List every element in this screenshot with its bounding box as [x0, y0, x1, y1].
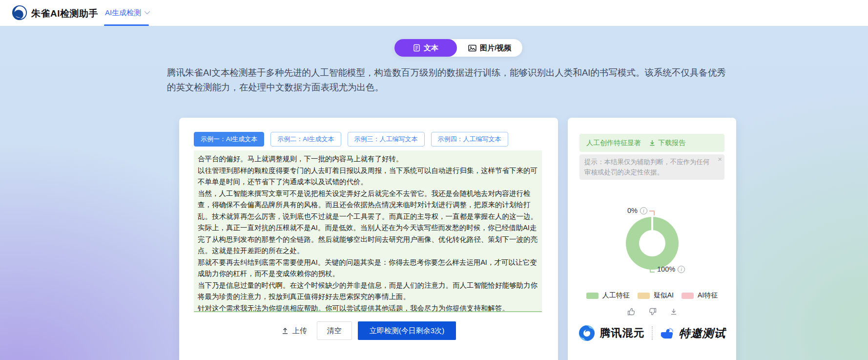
callout-connector-ai — [649, 211, 655, 215]
document-icon — [413, 44, 420, 52]
legend-item-suspected: 疑似AI — [638, 291, 674, 300]
download-icon — [670, 308, 678, 316]
tab-example-3[interactable]: 示例三：人工编写文本 — [348, 132, 425, 147]
intro-text: 腾讯朱雀AI文本检测基于多种先进的人工智能模型，构造数百万级别的数据进行训练，能… — [167, 65, 731, 94]
legend-swatch-human — [586, 293, 599, 299]
download-report-button[interactable]: 下载报告 — [649, 139, 685, 148]
tab-example-1[interactable]: 示例一：AI生成文本 — [194, 132, 264, 147]
upload-button[interactable]: 上传 — [281, 326, 307, 336]
disclaimer-notice: 提示：本结果仅为辅助判断，不应作为任何审核或处罚的决定性依据。 — [579, 154, 724, 180]
chart-callout-zero: 0% — [627, 207, 647, 214]
app-title: 朱雀AI检测助手 — [31, 7, 98, 20]
thumbs-up-icon — [627, 307, 636, 316]
detect-button[interactable]: 立即检测(今日剩余3次) — [358, 321, 456, 340]
tab-example-2[interactable]: 示例二：AI生成文本 — [270, 132, 341, 147]
mode-toggle: 文本 图片/视频 — [394, 39, 522, 57]
legend-item-human: 人工特征 — [586, 291, 630, 300]
info-icon[interactable] — [678, 266, 685, 273]
info-icon[interactable] — [640, 207, 647, 214]
verdict-text: 人工创作特征显著 — [586, 139, 641, 148]
detection-text-input[interactable]: 合平台的偏好。马上就调整规则，下一批的内容马上就有了好转。 以往管理到那样的颗粒… — [194, 150, 542, 312]
media-mode-label: 图片/视频 — [480, 43, 511, 53]
invited-test-hand-icon — [660, 326, 674, 340]
tab-example-4[interactable]: 示例四：人工编写文本 — [431, 132, 508, 147]
zero-percent-label: 0% — [627, 207, 638, 214]
legend-label: AI特征 — [698, 291, 718, 300]
hunyuan-logo-text: 腾讯混元 — [600, 326, 645, 340]
active-nav-underline — [104, 24, 149, 26]
clear-button[interactable]: 清空 — [317, 321, 352, 340]
nav-ai-detection[interactable]: AI生成检测 — [105, 8, 148, 18]
disclaimer-text: 提示：本结果仅为辅助判断，不应作为任何审核或处罚的决定性依据。 — [584, 158, 710, 176]
divider — [652, 326, 653, 340]
tab-media-mode[interactable]: 图片/视频 — [457, 39, 522, 57]
partner-logos: 腾讯混元 特邀测试 — [568, 325, 736, 341]
feedback-bar — [568, 307, 736, 316]
download-report-label: 下载报告 — [658, 139, 685, 148]
thumbs-down-button[interactable] — [648, 307, 657, 316]
download-result-button[interactable] — [670, 308, 678, 316]
chevron-down-icon — [145, 8, 150, 14]
download-icon — [649, 139, 656, 147]
thumbs-up-button[interactable] — [627, 307, 636, 316]
verdict-banner: 人工创作特征显著 下载报告 — [579, 134, 724, 152]
close-icon[interactable] — [718, 155, 722, 163]
chart-callout-hundred: 100% — [657, 265, 685, 273]
tab-text-mode[interactable]: 文本 — [394, 39, 457, 57]
legend-swatch-ai — [682, 293, 694, 299]
text-mode-label: 文本 — [424, 43, 438, 53]
legend-item-ai: AI特征 — [682, 291, 718, 300]
chart-legend: 人工特征 疑似AI AI特征 — [568, 291, 736, 300]
upload-icon — [281, 327, 289, 335]
invited-test-logo-text: 特邀测试 — [679, 326, 726, 341]
upload-label: 上传 — [292, 326, 307, 336]
legend-swatch-suspected — [638, 293, 650, 299]
example-tabs: 示例一：AI生成文本 示例二：AI生成文本 示例三：人工编写文本 示例四：人工编… — [194, 132, 508, 147]
hundred-percent-label: 100% — [657, 265, 675, 273]
donut-gap — [651, 216, 653, 231]
detection-panel: 示例一：AI生成文本 示例二：AI生成文本 示例三：人工编写文本 示例四：人工编… — [179, 118, 558, 360]
legend-label: 疑似AI — [654, 291, 674, 300]
zhuque-logo-icon — [12, 5, 27, 21]
thumbs-down-icon — [648, 307, 657, 316]
page: 朱雀AI检测助手 AI生成检测 文本 图片/视频 腾讯朱雀A — [0, 0, 868, 360]
header: 朱雀AI检测助手 AI生成检测 — [0, 0, 868, 26]
hunyuan-logo-icon — [579, 325, 595, 341]
result-panel: 人工创作特征显著 下载报告 提示：本结果仅为辅助判断，不应作为任何审核或处罚的决… — [568, 118, 736, 360]
callout-connector-human — [650, 268, 655, 273]
nav-label: AI生成检测 — [105, 8, 141, 18]
legend-label: 人工特征 — [602, 291, 630, 300]
editor-actions: 上传 清空 立即检测(今日剩余3次) — [179, 321, 558, 340]
image-icon — [468, 44, 476, 52]
